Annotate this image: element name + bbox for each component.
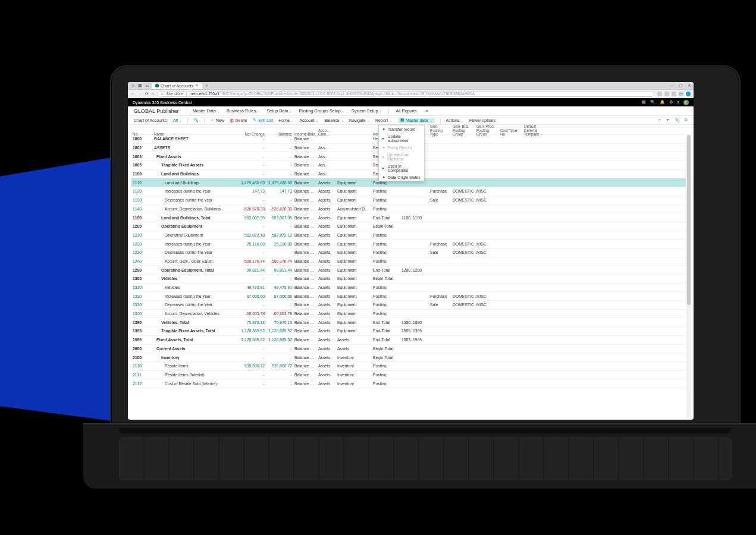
- edge-profile-icon[interactable]: [686, 92, 691, 96]
- fewer-options[interactable]: Fewer options: [469, 118, 495, 122]
- cell-net-change[interactable]: –: [236, 382, 266, 386]
- dropdown-item[interactable]: ▸Used in Companies: [379, 162, 424, 174]
- cell-net-change[interactable]: 1,128,689.52: [236, 338, 266, 342]
- cell-name[interactable]: Land and Buildings: [153, 172, 236, 176]
- cell-net-change[interactable]: 75,870.13: [236, 320, 266, 325]
- table-row[interactable]: 1340Accum. Depreciation, Vehicles-60,603…: [131, 310, 686, 319]
- cell-name[interactable]: Tangible Fixed Assets: [153, 163, 236, 167]
- table-row[interactable]: 1290Operating Equipment, Total99,811.449…: [131, 266, 686, 275]
- cell-no[interactable]: 1000: [131, 137, 153, 141]
- cell-name[interactable]: Inventory: [153, 355, 236, 360]
- cell-name[interactable]: Fixed Assets: [153, 155, 236, 159]
- cell-net-change[interactable]: –: [236, 198, 266, 202]
- cell-no[interactable]: 2100: [131, 355, 153, 360]
- nav-more-icon[interactable]: ≡: [426, 108, 428, 114]
- cell-name[interactable]: Operating Equipment, Total: [153, 268, 236, 272]
- cell-no[interactable]: 1220: [131, 242, 153, 246]
- cell-name[interactable]: ASSETS: [153, 146, 236, 150]
- cell-net-change[interactable]: –: [236, 137, 266, 141]
- cell-no[interactable]: 1002: [131, 146, 153, 150]
- cell-balance[interactable]: –: [266, 382, 293, 386]
- new-tab-icon[interactable]: ＋: [204, 83, 209, 89]
- group-master-data[interactable]: ▦Master data⌄: [398, 118, 435, 123]
- open-new-icon[interactable]: ⧉: [685, 118, 688, 122]
- cell-name[interactable]: Resale Items (Interim): [153, 373, 236, 377]
- group-report[interactable]: Report⌄: [375, 118, 393, 122]
- table-row[interactable]: 2111Resale Items (Interim)––Balance Shee…: [131, 371, 686, 380]
- cell-net-change[interactable]: 25,116.00: [236, 242, 266, 246]
- cell-balance[interactable]: 25,116.00: [266, 242, 293, 246]
- cell-net-change[interactable]: 87,000.00: [236, 294, 266, 298]
- table-row[interactable]: 1200Operating Equipment––Balance SheetAs…: [131, 222, 686, 231]
- window-close-icon[interactable]: ✕: [688, 83, 691, 88]
- cell-no[interactable]: 2000: [131, 347, 153, 351]
- cell-balance[interactable]: 1,128,689.52: [266, 338, 293, 342]
- cell-net-change[interactable]: 49,473.91: [236, 285, 266, 289]
- attach-icon[interactable]: 📎: [675, 118, 680, 122]
- cell-net-change[interactable]: –: [236, 163, 266, 167]
- scrollbar-thumb[interactable]: [687, 135, 691, 305]
- cell-no[interactable]: 1999: [131, 338, 153, 342]
- cell-name[interactable]: Increases during the Year: [153, 294, 236, 298]
- group-actions[interactable]: Actions⌄: [446, 118, 464, 122]
- filter-icon[interactable]: ▼: [666, 118, 670, 122]
- cell-no[interactable]: 1190: [131, 216, 153, 220]
- table-row[interactable]: 1120Increases during the Year147.73147.7…: [131, 187, 686, 196]
- ext-icon[interactable]: ⋯: [679, 92, 683, 96]
- cell-net-change[interactable]: –: [236, 250, 266, 254]
- app-environment-icon[interactable]: ▤: [642, 100, 646, 105]
- cell-no[interactable]: 1120: [131, 189, 153, 193]
- cell-balance[interactable]: 1,128,689.52: [266, 329, 293, 333]
- cell-net-change[interactable]: 535,506.72: [236, 364, 266, 368]
- cell-balance[interactable]: –: [266, 163, 293, 167]
- url-input[interactable]: ⚠ Ikke sikker | mem-env1-250w1 /BC/?comp…: [157, 91, 654, 97]
- cell-balance[interactable]: 535,506.72: [266, 364, 293, 368]
- cell-balance[interactable]: –: [266, 355, 293, 360]
- window-maximize-icon[interactable]: ▢: [679, 83, 683, 88]
- cell-no[interactable]: 1140: [131, 207, 153, 211]
- table-row[interactable]: 1140Accum. Depreciation, Buildings-526,6…: [131, 205, 686, 214]
- cell-name[interactable]: Tangible Fixed Assets, Total: [153, 329, 236, 333]
- table-row[interactable]: 1210Operating Equipment582,872.18582,872…: [131, 231, 686, 240]
- cell-net-change[interactable]: –: [236, 303, 266, 307]
- cell-net-change[interactable]: 147.73: [236, 189, 266, 193]
- cell-balance[interactable]: –: [266, 373, 293, 377]
- table-row[interactable]: 1300Vehicles––Balance SheetAssetsEquipme…: [131, 275, 686, 284]
- cell-name[interactable]: Fixed Assets, Total: [153, 338, 236, 342]
- new-button[interactable]: ＋New: [210, 118, 224, 122]
- table-row[interactable]: 2110Resale Items535,506.72535,506.72Bala…: [131, 362, 686, 371]
- cell-net-change[interactable]: 1,128,689.52: [236, 329, 266, 333]
- nav-home-icon[interactable]: ⌂: [152, 92, 154, 96]
- nav-setup-data[interactable]: Setup Data⌄: [266, 108, 292, 114]
- cell-net-change[interactable]: –: [236, 373, 266, 377]
- cell-no[interactable]: 1330: [131, 303, 153, 307]
- cell-balance[interactable]: 953,007.95: [266, 216, 293, 220]
- delete-button[interactable]: 🗑Delete: [230, 118, 247, 122]
- group-balance[interactable]: Balance⌄: [324, 118, 344, 122]
- table-row[interactable]: 1395Tangible Fixed Assets, Total1,128,68…: [131, 327, 686, 336]
- table-row[interactable]: 1330Decreases during the Year––Balance S…: [131, 301, 686, 310]
- table-row[interactable]: 1320Increases during the Year87,000.0087…: [131, 292, 686, 301]
- ext-icon[interactable]: [657, 92, 662, 96]
- table-row[interactable]: 1310Vehicles49,473.9149,473.91Balance Sh…: [131, 284, 686, 292]
- dropdown-item[interactable]: ▸Update subscribers: [379, 133, 424, 144]
- cell-no[interactable]: 1200: [131, 224, 153, 228]
- tabview-icon[interactable]: ▭: [145, 83, 150, 89]
- cell-no[interactable]: 2112: [131, 382, 153, 386]
- table-row[interactable]: 2112Cost of Resale Sold (Interim)––Balan…: [131, 379, 686, 388]
- cell-net-change[interactable]: –: [236, 224, 266, 228]
- cell-no[interactable]: 2111: [131, 373, 153, 377]
- cell-balance[interactable]: –: [266, 347, 293, 351]
- nav-back-icon[interactable]: ←: [131, 92, 135, 96]
- cell-no[interactable]: 1340: [131, 311, 153, 316]
- cell-balance[interactable]: 582,872.18: [266, 233, 293, 237]
- cell-no[interactable]: 1240: [131, 259, 153, 263]
- cell-balance[interactable]: -60,603.78: [266, 311, 293, 316]
- group-home[interactable]: Home⌄: [278, 118, 294, 122]
- cell-no[interactable]: 1003: [131, 155, 153, 159]
- table-row[interactable]: 1220Increases during the Year25,116.0025…: [131, 240, 686, 248]
- cell-no[interactable]: 1310: [131, 285, 153, 289]
- table-row[interactable]: 1230Decreases during the Year––Balance S…: [131, 248, 686, 257]
- nav-posting-groups[interactable]: Posting Groups Setup⌄: [299, 108, 344, 114]
- table-row[interactable]: 1190Land and Buildings, Total953,007.959…: [131, 213, 686, 222]
